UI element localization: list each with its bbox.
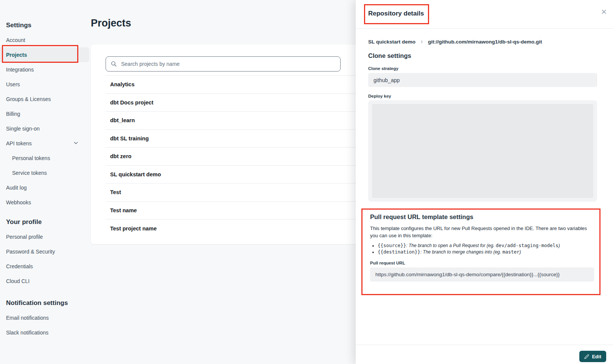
breadcrumb-project[interactable]: SL quickstart demo [368,39,415,45]
edit-button-label: Edit [592,354,601,359]
pull-request-url-value: https://github.com/mirnawong1/db-sl-qs-d… [370,268,594,282]
sidebar-item-cloud-cli[interactable]: Cloud CLI [0,274,91,288]
sidebar-item-groups-licenses[interactable]: Groups & Licenses [0,92,91,106]
sidebar-heading-settings: Settings [0,0,91,33]
source-description: : The branch to open a Pull Request for … [406,243,496,248]
destination-description: : The branch to merge changes into (eg. [420,249,503,255]
deploy-key-redacted-inner [372,104,593,198]
page-title: Projects [91,17,131,29]
breadcrumb: SL quickstart demo git://github.com/mirn… [368,39,542,45]
sidebar-item-account[interactable]: Account [0,33,91,47]
source-suffix: ) [559,243,560,248]
sidebar-profile-list: Personal profile Password & Security Cre… [0,229,91,288]
sidebar-notifications-list: Email notifications Slack notifications [0,310,91,340]
sidebar-item-label: API tokens [6,140,32,146]
sidebar-item-personal-profile[interactable]: Personal profile [0,229,91,244]
repository-details-drawer: Repository details ✕ SL quickstart demo … [356,0,613,364]
sidebar-item-projects[interactable]: Projects [0,47,89,62]
pencil-icon [584,354,589,359]
clone-settings-heading: Clone settings [368,52,411,59]
edit-button[interactable]: Edit [579,351,606,362]
sidebar-item-api-tokens[interactable]: API tokens [0,136,91,151]
sidebar-item-credentials[interactable]: Credentials [0,259,91,274]
sidebar-item-billing[interactable]: Billing [0,106,91,121]
pull-request-description: This template configures the URL for new… [370,225,594,239]
sidebar-item-integrations[interactable]: Integrations [0,62,91,77]
sidebar-heading-notification-settings: Notification settings [0,288,91,310]
source-variable: {{source}} [378,243,406,248]
sidebar-item-webhooks[interactable]: Webhooks [0,195,91,210]
clone-strategy-label: Clone strategy [368,66,398,71]
drawer-footer-divider [356,345,613,345]
deploy-key-label: Deploy key [368,94,391,98]
breadcrumb-repository-url: git://github.com/mirnawong1/db-sl-qs-dem… [428,39,542,45]
destination-variable: {{destination}} [378,249,420,255]
pull-request-settings-section: Pull request URL template settings This … [361,208,601,282]
chevron-down-icon [73,140,79,147]
project-search [106,56,341,72]
drawer-title: Repository details [368,10,424,17]
sidebar-item-single-sign-on[interactable]: Single sign-on [0,121,91,136]
variable-destination-item: {{destination}}: The branch to merge cha… [378,249,601,255]
search-input[interactable] [106,56,341,72]
chevron-right-icon [420,40,424,44]
sidebar-heading-your-profile: Your profile [0,210,91,229]
source-example: dev/add-staging-models [496,243,559,248]
pull-request-url-label: Pull request URL [370,261,601,265]
sidebar-item-service-tokens[interactable]: Service tokens [0,165,91,180]
pull-request-heading: Pull request URL template settings [370,213,601,221]
search-icon [110,61,117,68]
sidebar-item-slack-notifications[interactable]: Slack notifications [0,325,91,340]
variable-source-item: {{source}}: The branch to open a Pull Re… [378,243,601,249]
pull-request-variable-list: {{source}}: The branch to open a Pull Re… [370,243,601,255]
deploy-key-redacted-box [368,100,597,202]
sidebar-settings-list: Account Projects Integrations Users Grou… [0,33,91,210]
settings-sidebar: Settings Account Projects Integrations U… [0,0,91,340]
clone-strategy-value: github_app [368,73,597,87]
sidebar-item-personal-tokens[interactable]: Personal tokens [0,151,91,165]
sidebar-item-users[interactable]: Users [0,77,91,92]
sidebar-item-email-notifications[interactable]: Email notifications [0,310,91,325]
drawer-header-divider [356,28,613,29]
sidebar-item-audit-log[interactable]: Audit log [0,180,91,195]
sidebar-item-password-security[interactable]: Password & Security [0,244,91,259]
destination-example: master [503,249,520,255]
destination-suffix: ) [520,249,521,255]
close-icon[interactable]: ✕ [601,8,607,16]
